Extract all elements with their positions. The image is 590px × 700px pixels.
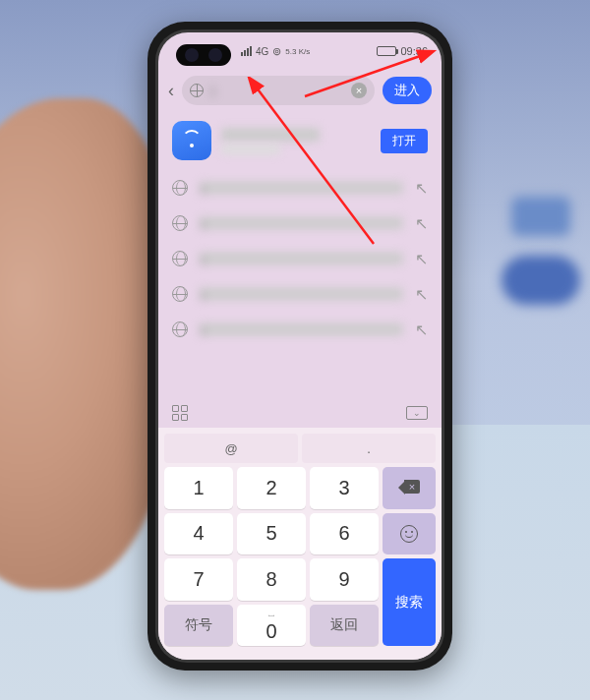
suggestion-text: 1 bbox=[200, 253, 403, 264]
globe-icon bbox=[172, 180, 188, 196]
emoji-key[interactable] bbox=[383, 513, 436, 555]
keyboard-toolbar: ⌄ bbox=[158, 398, 442, 428]
at-key[interactable]: @ bbox=[164, 434, 298, 463]
url-input[interactable]: 1 × bbox=[182, 76, 375, 105]
wifi-icon: ⊚ bbox=[272, 45, 281, 58]
top-result[interactable]: 打开 bbox=[172, 121, 428, 160]
suggestion-text: 1 bbox=[200, 288, 403, 300]
suggestion-item[interactable]: 1 ↖ bbox=[172, 312, 428, 347]
suggestion-item[interactable]: 1 ↖ bbox=[172, 276, 428, 312]
insert-icon[interactable]: ↖ bbox=[415, 250, 428, 268]
back-button[interactable]: ‹ bbox=[168, 81, 174, 101]
key-6[interactable]: 6 bbox=[310, 513, 379, 555]
symbol-key[interactable]: 符号 bbox=[164, 605, 233, 647]
keyboard-collapse-icon[interactable]: ⌄ bbox=[406, 406, 428, 420]
key-9[interactable]: 9 bbox=[310, 558, 379, 601]
insert-icon[interactable]: ↖ bbox=[415, 285, 428, 304]
suggestion-list: 1 ↖ 1 ↖ 1 ↖ 1 ↖ bbox=[158, 166, 442, 351]
globe-icon bbox=[172, 215, 188, 231]
result-title bbox=[221, 128, 320, 142]
clear-button[interactable]: × bbox=[351, 83, 367, 98]
signal-icon bbox=[241, 46, 252, 56]
suggestion-text: 1 bbox=[200, 217, 403, 229]
suggestion-item[interactable]: 1 ↖ bbox=[172, 241, 428, 276]
battery-icon bbox=[377, 46, 396, 56]
speed-label: 5.3 K/s bbox=[285, 47, 310, 56]
key-7[interactable]: 7 bbox=[164, 558, 233, 601]
clock: 09:36 bbox=[400, 45, 428, 57]
key-2[interactable]: 2 bbox=[237, 467, 306, 509]
enter-button[interactable]: 进入 bbox=[383, 77, 432, 104]
camera-cutout bbox=[176, 44, 231, 66]
screen: 4G ⊚ 5.3 K/s 09:36 ‹ 1 × 进入 bbox=[158, 32, 442, 660]
backspace-icon bbox=[398, 481, 420, 495]
key-0[interactable]: ⎵ 0 bbox=[237, 605, 306, 647]
network-label: 4G bbox=[256, 46, 268, 57]
keyboard-menu-icon[interactable] bbox=[172, 405, 188, 421]
address-bar: ‹ 1 × 进入 bbox=[158, 70, 442, 111]
insert-icon[interactable]: ↖ bbox=[415, 321, 428, 339]
url-value: 1 bbox=[209, 84, 345, 98]
open-button[interactable]: 打开 bbox=[381, 129, 428, 153]
zero-label: 0 bbox=[266, 620, 276, 643]
globe-icon bbox=[172, 251, 188, 266]
key-1[interactable]: 1 bbox=[164, 467, 233, 509]
suggestion-item[interactable]: 1 ↖ bbox=[172, 205, 428, 241]
keyboard: @ . 1 2 3 4 5 6 7 8 9 符号 bbox=[158, 428, 442, 660]
wifi-app-icon bbox=[172, 121, 211, 160]
smiley-icon bbox=[400, 525, 418, 543]
suggestion-text: 1 bbox=[200, 323, 403, 335]
dot-key[interactable]: . bbox=[302, 434, 436, 463]
globe-icon bbox=[172, 286, 188, 302]
key-8[interactable]: 8 bbox=[237, 558, 306, 601]
globe-icon bbox=[190, 84, 204, 97]
backspace-key[interactable] bbox=[383, 467, 436, 509]
key-5[interactable]: 5 bbox=[237, 513, 306, 555]
phone-frame: 4G ⊚ 5.3 K/s 09:36 ‹ 1 × 进入 bbox=[148, 22, 452, 671]
suggestion-item[interactable]: 1 ↖ bbox=[172, 170, 428, 205]
result-subtitle bbox=[221, 145, 280, 154]
key-3[interactable]: 3 bbox=[310, 467, 379, 509]
suggestion-text: 1 bbox=[200, 182, 403, 194]
return-key[interactable]: 返回 bbox=[310, 605, 379, 647]
globe-icon bbox=[172, 321, 188, 337]
insert-icon[interactable]: ↖ bbox=[415, 214, 428, 233]
insert-icon[interactable]: ↖ bbox=[415, 179, 428, 198]
key-4[interactable]: 4 bbox=[164, 513, 233, 555]
search-key[interactable]: 搜索 bbox=[383, 558, 436, 646]
